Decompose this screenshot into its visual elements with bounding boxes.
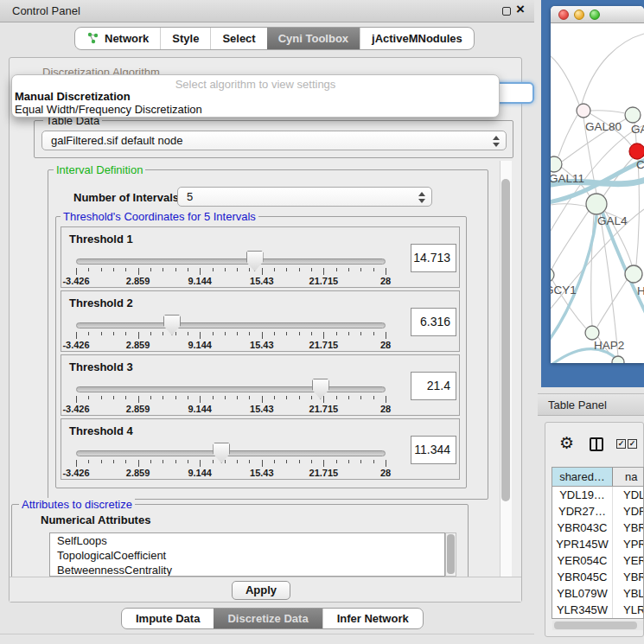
zoom-traffic-light[interactable] — [590, 10, 600, 20]
number-of-intervals-label: Number of Intervals — [73, 191, 179, 204]
float-window-icon[interactable] — [502, 7, 511, 16]
threshold-value-field[interactable]: 14.713 — [411, 244, 456, 272]
tab-network[interactable]: Network — [75, 28, 160, 49]
tab-select[interactable]: Select — [210, 28, 266, 49]
tab-infer-network[interactable]: Infer Network — [322, 609, 423, 628]
tick-label: 28 — [380, 404, 391, 414]
tick-mark — [323, 396, 324, 403]
tab-impute-data[interactable]: Impute Data — [122, 609, 214, 628]
table-hscrollbar-thumb[interactable] — [554, 622, 637, 629]
cyni-bottom-tabs: Impute DataDiscretize DataInfer Network — [121, 608, 424, 629]
tab-style[interactable]: Style — [160, 28, 210, 49]
tick-mark — [386, 332, 386, 339]
tick-mark — [262, 396, 263, 403]
threshold-slider-track[interactable] — [76, 450, 386, 456]
threshold-slider-thumb[interactable] — [163, 315, 181, 335]
tick-mark — [163, 460, 163, 463]
table-panel-title: Table Panel — [548, 399, 607, 411]
tab-label: Select — [222, 32, 255, 45]
tick-mark — [274, 268, 275, 271]
tab-cyni-toolbox[interactable]: Cyni Toolbox — [267, 28, 360, 49]
node-label: GAL4 — [597, 214, 628, 227]
network-window-titlebar[interactable] — [551, 6, 644, 23]
network-node[interactable] — [551, 156, 562, 172]
tick-mark — [286, 332, 287, 335]
threshold-value-field[interactable]: 6.316 — [411, 308, 456, 336]
gear-icon[interactable]: ⚙ — [559, 433, 574, 453]
threshold-label: Threshold 2 — [69, 296, 133, 309]
node-attribute-table[interactable]: shared…na YDL19…YDL1…YDR27…YDR2…YBR043CY… — [552, 467, 644, 619]
number-of-intervals-combobox[interactable]: 5 — [177, 187, 432, 207]
tick-label: 21.715 — [309, 276, 339, 286]
table-row[interactable]: YBR045CYBR0… — [552, 569, 643, 585]
attributes-group-title: Attributes to discretize — [19, 498, 135, 511]
table-row[interactable]: YBL079WYBL0… — [552, 585, 643, 602]
network-node[interactable] — [585, 326, 599, 340]
tick-label: 28 — [380, 276, 391, 286]
network-node[interactable] — [625, 265, 642, 283]
apply-bar: Apply — [10, 577, 521, 602]
close-traffic-light[interactable] — [558, 10, 569, 20]
network-node[interactable] — [577, 104, 590, 118]
tab-label: Cyni Toolbox — [278, 32, 348, 45]
network-node[interactable] — [625, 107, 641, 123]
checkbox-icon[interactable]: ✓ — [628, 439, 637, 449]
column-header[interactable]: na — [613, 468, 643, 486]
threshold-slider-track[interactable] — [76, 386, 386, 392]
node-label: GAL11 — [551, 172, 584, 185]
threshold-slider-track[interactable] — [76, 258, 386, 265]
close-icon[interactable]: × — [516, 1, 525, 18]
tick-mark — [138, 396, 139, 403]
table-row[interactable]: YPR145WYPR1… — [552, 536, 643, 552]
attribute-list-item[interactable]: SelfLoops — [50, 533, 444, 548]
network-node[interactable] — [551, 268, 554, 282]
network-node[interactable] — [586, 194, 607, 214]
table-cell: YBR0… — [613, 569, 643, 585]
tick-mark — [386, 396, 386, 403]
tick-mark — [336, 332, 337, 335]
network-canvas[interactable]: GAL80GACGAL11GAL4GCY1HHAP2 — [551, 23, 644, 363]
numerical-attributes-list[interactable]: SelfLoopsTopologicalCoefficientBetweenne… — [49, 532, 445, 577]
tick-label: 2.859 — [126, 276, 150, 286]
column-header[interactable]: shared… — [552, 468, 613, 486]
column-split-icon[interactable] — [590, 437, 603, 451]
dropdown-item[interactable]: Manual Discretization — [15, 90, 131, 103]
network-node[interactable] — [629, 143, 644, 159]
tick-mark — [249, 460, 250, 463]
tab-discretize-data[interactable]: Discretize Data — [214, 609, 322, 628]
tick-mark — [262, 268, 263, 275]
threshold-value-field[interactable]: 21.4 — [411, 372, 456, 400]
table-row[interactable]: YDR27…YDR2… — [552, 503, 643, 520]
threshold-label: Threshold 3 — [69, 360, 133, 373]
checkbox-icon[interactable]: ✓ — [616, 439, 626, 449]
threshold-label: Threshold 4 — [69, 424, 133, 437]
network-node[interactable] — [612, 356, 624, 363]
panel-scrollbar-thumb[interactable] — [501, 179, 510, 501]
threshold-slider-thumb[interactable] — [213, 443, 230, 463]
table-row[interactable]: YLR345WYLR3… — [552, 602, 643, 618]
table-row[interactable]: YBR043CYBR0… — [552, 520, 643, 536]
attribute-list-item[interactable]: BetweennessCentrality — [50, 563, 444, 577]
network-window[interactable]: GAL80GACGAL11GAL4GCY1HHAP2 — [551, 6, 644, 363]
tick-mark — [299, 460, 300, 463]
threshold-slider-thumb[interactable] — [312, 379, 329, 399]
table-row[interactable]: YIL052CYIL0… — [552, 618, 643, 619]
divider — [0, 634, 534, 634]
tick-label: 21.715 — [309, 340, 339, 350]
tick-mark — [237, 460, 238, 463]
tick-mark — [88, 396, 89, 399]
table-data-combobox[interactable]: galFiltered.sif default node — [41, 131, 507, 150]
table-row[interactable]: YER054CYER0… — [552, 552, 643, 569]
dropdown-item[interactable]: Equal Width/Frequency Discretization — [15, 103, 202, 116]
attributes-scrollbar-thumb[interactable] — [447, 534, 455, 574]
table-row[interactable]: YDL19…YDL1… — [552, 487, 643, 503]
threshold-slider-track[interactable] — [76, 322, 386, 328]
minimize-traffic-light[interactable] — [574, 10, 584, 20]
tab-jactivemnodules[interactable]: jActiveMNodules — [360, 28, 474, 49]
network-graph: GAL80GACGAL11GAL4GCY1HHAP2 — [551, 23, 644, 363]
tick-label: 9.144 — [188, 340, 212, 350]
apply-button[interactable]: Apply — [232, 581, 290, 600]
threshold-value-field[interactable]: 11.344 — [411, 436, 456, 464]
tick-mark — [274, 460, 275, 463]
attribute-list-item[interactable]: TopologicalCoefficient — [50, 548, 444, 563]
